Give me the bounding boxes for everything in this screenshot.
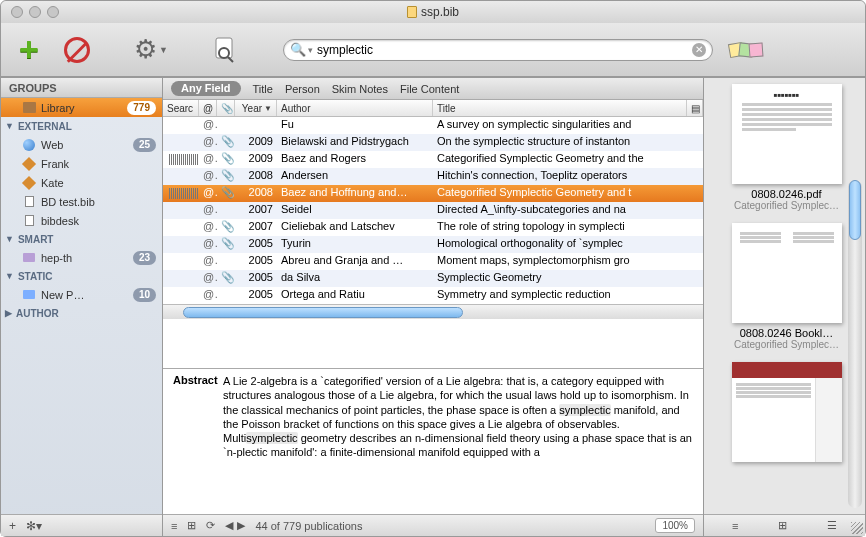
scrollbar-thumb[interactable]: [849, 180, 861, 240]
column-title[interactable]: Title: [433, 100, 687, 116]
scope-file-content[interactable]: File Content: [400, 83, 459, 95]
preview-footer: ≡ ⊞ ☰: [704, 514, 865, 536]
sidebar-item-hepth[interactable]: hep-th 23: [1, 248, 162, 267]
sidebar-section-smart[interactable]: ▼ SMART: [1, 230, 162, 248]
table-row[interactable]: @2005Abreu and Granja and …Moment maps, …: [163, 253, 703, 270]
scrollbar-thumb[interactable]: [183, 307, 463, 318]
horizontal-scrollbar[interactable]: [163, 304, 703, 319]
sidebar-item-web[interactable]: Web 25: [1, 135, 162, 154]
cell-title: Hitchin's connection, Toeplitz operators: [433, 168, 703, 185]
url-indicator-icon: @: [199, 202, 217, 219]
no-entry-icon: [64, 37, 90, 63]
scope-title[interactable]: Title: [253, 83, 273, 95]
column-search[interactable]: Searc: [163, 100, 199, 116]
sidebar-item-bdtest[interactable]: BD test.bib: [1, 192, 162, 211]
sidebar-item-bibdesk[interactable]: bibdesk: [1, 211, 162, 230]
sidebar-item-label: Library: [41, 102, 122, 114]
preview-item[interactable]: ■■■■■■■ 0808.0246.pdf Categorified Sympl…: [712, 84, 861, 211]
cell-year: 2005: [235, 270, 277, 287]
search-input[interactable]: [313, 43, 692, 57]
attachment-icon: 📎: [217, 151, 235, 168]
scope-person[interactable]: Person: [285, 83, 320, 95]
sidebar-item-newp[interactable]: New P… 10: [1, 285, 162, 304]
preview-title: 0808.0246.pdf: [722, 188, 852, 200]
disclosure-triangle-icon: ▼: [5, 121, 14, 131]
search-icon: 🔍: [290, 42, 306, 57]
column-linked[interactable]: 📎: [217, 100, 235, 116]
add-group-button[interactable]: +: [9, 519, 16, 533]
next-button[interactable]: ▶: [237, 519, 245, 532]
sidebar-section-static[interactable]: ▼ STATIC: [1, 267, 162, 285]
view-mode-reload-button[interactable]: ⟳: [206, 519, 215, 532]
preview-view-grid-button[interactable]: ⊞: [778, 519, 787, 532]
table-row[interactable]: @📎2008AndersenHitchin's connection, Toep…: [163, 168, 703, 185]
preview-sidebar: ■■■■■■■ 0808.0246.pdf Categorified Sympl…: [703, 78, 865, 536]
column-config-button[interactable]: ▤: [687, 100, 703, 116]
preview-subtitle: Categorified Symplec…: [722, 339, 852, 350]
cell-author: Tyurin: [277, 236, 433, 253]
share-icon: [22, 157, 36, 171]
cell-author: Abreu and Granja and …: [277, 253, 433, 270]
column-attachment[interactable]: @: [199, 100, 217, 116]
column-author[interactable]: Author: [277, 100, 433, 116]
attachment-icon: 📎: [217, 270, 235, 287]
preview-item[interactable]: [712, 362, 861, 462]
zoom-level[interactable]: 100%: [655, 518, 695, 533]
cell-year: [235, 117, 277, 134]
preview-item[interactable]: 0808.0246 Bookl… Categorified Symplec…: [712, 223, 861, 350]
cell-year: 2005: [235, 287, 277, 304]
search-highlight: symplectic: [559, 404, 610, 416]
sidebar-item-kate[interactable]: Kate: [1, 173, 162, 192]
stickies-button[interactable]: [733, 43, 763, 57]
sort-desc-icon: ▼: [264, 104, 272, 113]
table-row[interactable]: @📎2005da SilvaSymplectic Geometry: [163, 270, 703, 287]
preview-button[interactable]: [205, 30, 245, 70]
minimize-window-button[interactable]: [29, 6, 41, 18]
document-icon: [407, 6, 417, 18]
table-row[interactable]: @📎2009Bielawski and PidstrygachOn the sy…: [163, 134, 703, 151]
url-indicator-icon: @: [199, 270, 217, 287]
clear-search-button[interactable]: ✕: [692, 43, 706, 57]
table-row[interactable]: @📎2005TyurinHomological orthogonality of…: [163, 236, 703, 253]
column-year[interactable]: Year▼: [235, 100, 277, 116]
sidebar-section-external[interactable]: ▼ EXTERNAL: [1, 117, 162, 135]
zoom-window-button[interactable]: [47, 6, 59, 18]
view-mode-grid-button[interactable]: ⊞: [187, 519, 196, 532]
folder-icon: [22, 288, 36, 302]
cell-year: 2007: [235, 219, 277, 236]
attachment-icon: 📎: [217, 168, 235, 185]
window-title: ssp.bib: [407, 5, 459, 19]
attachment-icon: 📎: [217, 134, 235, 151]
sidebar-item-library[interactable]: Library 779: [1, 98, 162, 117]
globe-icon: [22, 138, 36, 152]
close-window-button[interactable]: [11, 6, 23, 18]
cell-author: Cieliebak and Latschev: [277, 219, 433, 236]
table-row[interactable]: @FuA survey on symplectic singularities …: [163, 117, 703, 134]
attachment-icon: [217, 287, 235, 304]
table-row[interactable]: @2007SeidelDirected A_\infty-subcategori…: [163, 202, 703, 219]
sidebar-item-label: BD test.bib: [41, 196, 156, 208]
prev-button[interactable]: ◀: [225, 519, 233, 532]
scope-any-field[interactable]: Any Field: [171, 81, 241, 96]
table-row[interactable]: @📎2009Baez and RogersCategorified Symple…: [163, 151, 703, 168]
search-field[interactable]: 🔍 ▾ ✕: [283, 39, 713, 61]
group-action-button[interactable]: ✻▾: [26, 519, 42, 533]
add-button[interactable]: +: [9, 30, 49, 70]
preview-view-columns-button[interactable]: ☰: [827, 519, 837, 532]
window-resize-handle[interactable]: [851, 522, 863, 534]
action-menu-button[interactable]: ⚙ ▼: [131, 30, 171, 70]
view-mode-list-button[interactable]: ≡: [171, 520, 177, 532]
app-window: ssp.bib + ⚙ ▼ 🔍 ▾ ✕ GROUPS: [0, 0, 866, 537]
cell-year: 2007: [235, 202, 277, 219]
attachment-icon: 📎: [217, 236, 235, 253]
sidebar-section-author[interactable]: ▶ AUTHOR: [1, 304, 162, 322]
table-row[interactable]: @📎2007Cieliebak and LatschevThe role of …: [163, 219, 703, 236]
sidebar-item-frank[interactable]: Frank: [1, 154, 162, 173]
table-row[interactable]: @📎2008Baez and Hoffnung and…Categorified…: [163, 185, 703, 202]
sticky-note-icon: [749, 42, 764, 57]
table-row[interactable]: @2005Ortega and RatiuSymmetry and symple…: [163, 287, 703, 304]
delete-button[interactable]: [57, 30, 97, 70]
vertical-scrollbar[interactable]: [848, 180, 862, 508]
preview-view-list-button[interactable]: ≡: [732, 520, 738, 532]
scope-skim-notes[interactable]: Skim Notes: [332, 83, 388, 95]
